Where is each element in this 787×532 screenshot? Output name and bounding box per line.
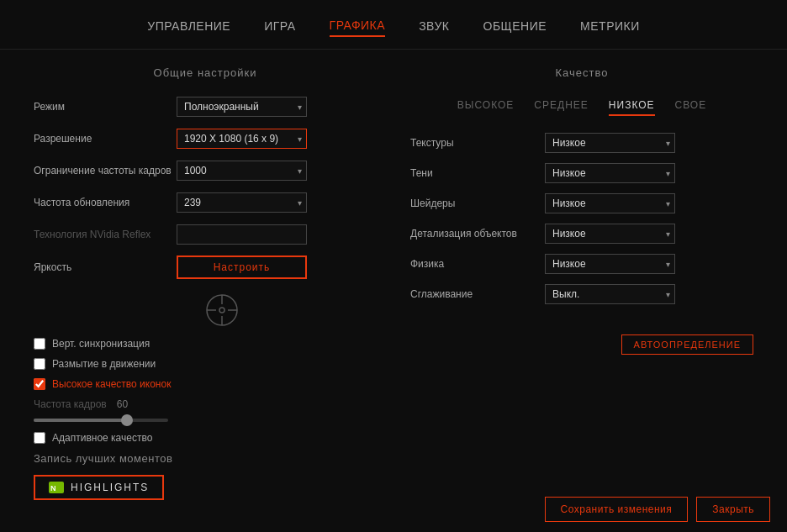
quality-tabs: ВЫСОКОЕ СРЕДНЕЕ НИЗКОЕ СВОЕ bbox=[410, 96, 753, 116]
refresh-rate-select[interactable]: 239 60 144 bbox=[177, 192, 307, 213]
adaptive-quality-row: Адаптивное качество bbox=[34, 432, 377, 444]
mode-select-wrapper: Полноэкранный Оконный Без рамок bbox=[177, 97, 307, 117]
shaders-row: Шейдеры НизкоеСреднееВысокое bbox=[410, 193, 753, 213]
bottom-bar: Сохранить изменения Закрыть bbox=[528, 487, 787, 532]
nvidia-reflex-row: Технология NVidia Reflex bbox=[34, 224, 377, 245]
antialiasing-row: Сглаживание Выкл.2x4x8x bbox=[410, 284, 753, 304]
auto-detect-button[interactable]: АВТООПРЕДЕЛЕНИЕ bbox=[621, 334, 753, 355]
shadows-select-wrapper: НизкоеСреднееВысокое bbox=[545, 163, 675, 183]
motion-blur-checkbox[interactable] bbox=[34, 358, 45, 370]
shadows-row: Тени НизкоеСреднееВысокое bbox=[410, 163, 753, 183]
brightness-row: Яркость Настроить bbox=[34, 255, 377, 279]
refresh-rate-label: Частота обновления bbox=[34, 197, 177, 208]
quality-slider-fill bbox=[34, 419, 128, 422]
shadows-select[interactable]: НизкоеСреднееВысокое bbox=[545, 163, 675, 183]
object-detail-select[interactable]: НизкоеСреднееВысокое bbox=[545, 224, 675, 244]
brightness-label: Яркость bbox=[34, 261, 177, 273]
nav-item-graphics[interactable]: Графика bbox=[330, 15, 386, 37]
tab-medium[interactable]: СРЕДНЕЕ bbox=[534, 96, 588, 116]
physics-row: Физика НизкоеСреднееВысокое bbox=[410, 254, 753, 274]
tab-low[interactable]: НИЗКОЕ bbox=[609, 96, 655, 116]
object-detail-select-wrapper: НизкоеСреднееВысокое bbox=[545, 224, 675, 244]
nav-item-management[interactable]: Управление bbox=[147, 16, 230, 36]
highlights-button[interactable]: N HIGHLIGHTS bbox=[34, 475, 164, 500]
quality-slider-thumb[interactable] bbox=[121, 414, 133, 426]
physics-label: Физика bbox=[410, 258, 545, 270]
nav-item-chat[interactable]: Общение bbox=[483, 16, 547, 36]
hq-icons-label[interactable]: Высокое качество иконок bbox=[52, 378, 171, 390]
physics-select-wrapper: НизкоеСреднееВысокое bbox=[545, 254, 675, 274]
textures-row: Текстуры НизкоеСреднееВысокое bbox=[410, 133, 753, 153]
resolution-select-wrapper: 1920 X 1080 (16 x 9) 1280 X 720 (16 x 9)… bbox=[177, 129, 307, 149]
hq-icons-checkbox[interactable] bbox=[34, 378, 45, 390]
crosshair-icon bbox=[201, 289, 243, 331]
left-panel: Общие настройки Режим Полноэкранный Окон… bbox=[34, 66, 377, 472]
motion-blur-label[interactable]: Размытие в движении bbox=[52, 358, 156, 370]
object-detail-row: Детализация объектов НизкоеСреднееВысоко… bbox=[410, 224, 753, 244]
svg-text:N: N bbox=[50, 484, 58, 492]
mode-select[interactable]: Полноэкранный Оконный Без рамок bbox=[177, 97, 307, 117]
resolution-row: Разрешение 1920 X 1080 (16 x 9) 1280 X 7… bbox=[34, 128, 377, 150]
nvidia-reflex-label: Технология NVidia Reflex bbox=[34, 229, 177, 240]
textures-select-wrapper: НизкоеСреднееВысокое bbox=[545, 133, 675, 153]
textures-select[interactable]: НизкоеСреднееВысокое bbox=[545, 133, 675, 153]
configure-button[interactable]: Настроить bbox=[177, 255, 307, 279]
shaders-select[interactable]: НизкоеСреднееВысокое bbox=[545, 193, 675, 213]
fps-limit-select-wrapper: 1000 120 144 240 bbox=[177, 161, 307, 181]
top-nav: Управление Игра Графика Звук Общение Мет… bbox=[0, 0, 787, 50]
physics-select[interactable]: НизкоеСреднееВысокое bbox=[545, 254, 675, 274]
textures-label: Текстуры bbox=[410, 137, 545, 149]
fps-limit-select[interactable]: 1000 120 144 240 bbox=[177, 161, 307, 181]
mode-row: Режим Полноэкранный Оконный Без рамок bbox=[34, 96, 377, 118]
nvidia-reflex-input[interactable] bbox=[177, 224, 307, 245]
tab-custom[interactable]: СВОЕ bbox=[675, 96, 707, 116]
fps-limit-row: Ограничение частоты кадров 1000 120 144 … bbox=[34, 160, 377, 182]
nav-item-sound[interactable]: Звук bbox=[419, 16, 449, 36]
fps-limit-label: Ограничение частоты кадров bbox=[34, 165, 177, 176]
nav-item-metrics[interactable]: Метрики bbox=[580, 16, 640, 36]
framerate-label: Частота кадров bbox=[34, 398, 107, 410]
records-title: Запись лучших моментов bbox=[34, 452, 377, 465]
quality-slider-track bbox=[34, 419, 168, 422]
refresh-rate-select-wrapper: 239 60 144 bbox=[177, 192, 307, 213]
main-content: Общие настройки Режим Полноэкранный Окон… bbox=[0, 50, 787, 489]
right-panel: Качество ВЫСОКОЕ СРЕДНЕЕ НИЗКОЕ СВОЕ Тек… bbox=[410, 66, 753, 472]
shadows-label: Тени bbox=[410, 167, 545, 179]
nvidia-icon: N bbox=[49, 482, 64, 493]
tab-high[interactable]: ВЫСОКОЕ bbox=[457, 96, 515, 116]
save-button[interactable]: Сохранить изменения bbox=[545, 497, 689, 522]
antialiasing-select-wrapper: Выкл.2x4x8x bbox=[545, 284, 675, 304]
right-panel-title: Качество bbox=[410, 66, 753, 79]
close-button[interactable]: Закрыть bbox=[696, 497, 770, 522]
hq-icons-row: Высокое качество иконок bbox=[34, 378, 377, 390]
vsync-label[interactable]: Верт. синхронизация bbox=[52, 338, 150, 350]
vsync-row: Верт. синхронизация bbox=[34, 338, 377, 350]
object-detail-label: Детализация объектов bbox=[410, 228, 545, 240]
framerate-row: Частота кадров 60 bbox=[34, 398, 377, 410]
crosshair-container bbox=[67, 289, 377, 331]
antialiasing-select[interactable]: Выкл.2x4x8x bbox=[545, 284, 675, 304]
shaders-label: Шейдеры bbox=[410, 198, 545, 209]
quality-slider-container bbox=[34, 419, 377, 422]
shaders-select-wrapper: НизкоеСреднееВысокое bbox=[545, 193, 675, 213]
motion-blur-row: Размытие в движении bbox=[34, 358, 377, 370]
vsync-checkbox[interactable] bbox=[34, 338, 45, 350]
records-section: Запись лучших моментов N HIGHLIGHTS bbox=[34, 452, 377, 500]
highlights-label: HIGHLIGHTS bbox=[71, 482, 149, 493]
mode-label: Режим bbox=[34, 101, 177, 113]
framerate-value: 60 bbox=[117, 398, 128, 410]
adaptive-quality-label[interactable]: Адаптивное качество bbox=[52, 432, 152, 444]
svg-point-5 bbox=[219, 308, 224, 313]
left-panel-title: Общие настройки bbox=[34, 66, 377, 79]
adaptive-quality-checkbox[interactable] bbox=[34, 432, 45, 444]
refresh-rate-row: Частота обновления 239 60 144 bbox=[34, 192, 377, 213]
resolution-select[interactable]: 1920 X 1080 (16 x 9) 1280 X 720 (16 x 9)… bbox=[177, 129, 307, 149]
nav-item-game[interactable]: Игра bbox=[264, 16, 295, 36]
resolution-label: Разрешение bbox=[34, 133, 177, 145]
antialiasing-label: Сглаживание bbox=[410, 288, 545, 300]
